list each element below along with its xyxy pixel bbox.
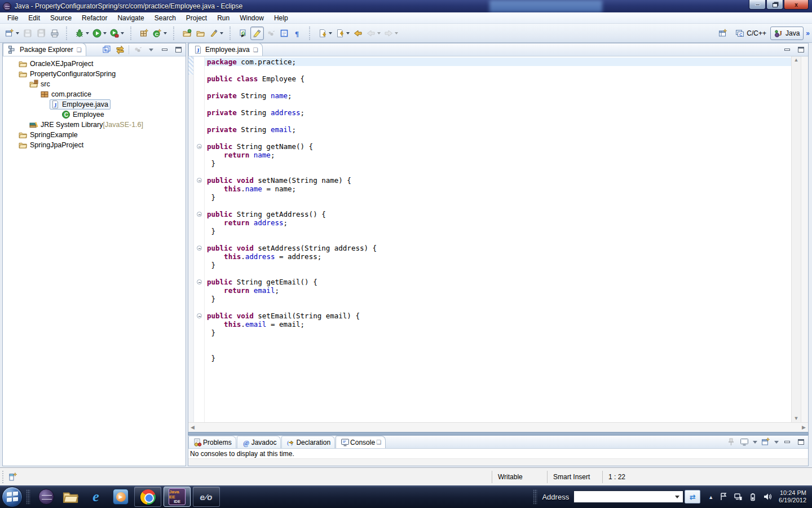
next-annotation-button[interactable] <box>316 27 334 40</box>
close-view-icon[interactable]: ❏ <box>77 47 82 53</box>
show-whitespace-button[interactable]: ¶ <box>291 27 304 40</box>
new-class-button[interactable]: C <box>151 27 169 40</box>
link-with-editor-icon[interactable] <box>115 45 125 55</box>
taskbar-java-ee-ide-window-button[interactable]: Java EEIDE <box>164 487 191 507</box>
display-console-menu-icon[interactable] <box>753 441 757 444</box>
tree-item-src[interactable]: src <box>3 79 186 89</box>
print-button[interactable] <box>48 27 61 40</box>
address-go-button[interactable]: ⇄ <box>685 490 700 503</box>
address-input[interactable] <box>573 491 683 503</box>
tree-item-jre-system-library[interactable]: JRE System Library [JavaSE-1.6] <box>3 120 186 130</box>
view-tab-declaration[interactable]: ( )Declaration <box>281 436 335 448</box>
fold-collapse-icon[interactable] <box>197 144 202 149</box>
address-dropdown-icon[interactable] <box>675 496 679 498</box>
dropdown-arrow-icon[interactable] <box>121 32 124 34</box>
cpp-perspective-button[interactable]: CC/C++ <box>731 27 770 40</box>
taskbar-media-player-pinned-icon[interactable]: ▶ <box>111 487 130 507</box>
search-pen-button[interactable] <box>208 27 225 40</box>
minimize-view-icon[interactable] <box>160 45 170 55</box>
pin-console-icon[interactable] <box>726 437 736 447</box>
code-area[interactable]: package com.practice; public class Emplo… <box>205 56 791 422</box>
open-type-button[interactable] <box>180 27 194 40</box>
minimize-editor-icon[interactable] <box>782 45 792 55</box>
action-center-flag-icon[interactable] <box>719 492 728 501</box>
scroll-up-icon[interactable]: ▲ <box>794 58 799 63</box>
dropdown-arrow-icon[interactable] <box>86 32 89 34</box>
fold-collapse-icon[interactable] <box>197 212 202 217</box>
tree-item-com-practice[interactable]: com.practice <box>3 89 186 99</box>
address-toolbar-grip[interactable] <box>533 489 537 504</box>
scroll-left-icon[interactable]: ◀ <box>191 425 195 430</box>
menu-search[interactable]: Search <box>149 13 181 23</box>
run-external-button[interactable] <box>108 27 126 40</box>
taskbar-evo-window-button[interactable]: e⁄o <box>193 487 220 507</box>
dropdown-arrow-icon[interactable] <box>395 32 398 34</box>
network-icon[interactable] <box>734 492 743 501</box>
collapse-all-icon[interactable] <box>102 45 112 55</box>
menu-source[interactable]: Source <box>45 13 77 23</box>
run-button[interactable] <box>91 27 108 40</box>
debug-button[interactable] <box>73 27 91 40</box>
taskbar-internet-explorer-pinned-icon[interactable]: e <box>86 487 105 507</box>
menu-window[interactable]: Window <box>235 13 269 23</box>
display-selected-console-icon[interactable] <box>739 437 749 447</box>
open-console-menu-icon[interactable] <box>774 441 779 444</box>
close-button[interactable]: x <box>784 0 809 10</box>
dropdown-arrow-icon[interactable] <box>329 32 332 34</box>
maximize-editor-icon[interactable] <box>796 45 806 55</box>
taskbar-explorer-pinned-icon[interactable] <box>61 487 81 507</box>
taskbar-clock[interactable]: 10:24 PM 6/19/2012 <box>779 489 806 504</box>
start-button[interactable] <box>2 487 23 507</box>
new-java-project-button[interactable] <box>138 27 151 40</box>
tree-item-employee-java[interactable]: JEmployee.java <box>3 99 186 110</box>
dropdown-arrow-icon[interactable] <box>220 32 223 34</box>
generate-button[interactable]: G <box>237 27 250 40</box>
dropdown-arrow-icon[interactable] <box>377 32 381 34</box>
menu-edit[interactable]: Edit <box>23 13 45 23</box>
show-source-button[interactable] <box>277 27 291 40</box>
view-tab-problems[interactable]: Problems <box>188 436 236 448</box>
dropdown-arrow-icon[interactable] <box>164 32 167 34</box>
fold-collapse-icon[interactable] <box>197 313 202 318</box>
dropdown-arrow-icon[interactable] <box>103 32 107 34</box>
maximize-console-icon[interactable] <box>796 437 806 447</box>
java-perspective-button[interactable]: JJava <box>770 27 804 40</box>
fold-collapse-icon[interactable] <box>197 279 202 284</box>
menu-project[interactable]: Project <box>181 13 212 23</box>
hidden-icons-icon[interactable]: ▲ <box>708 493 713 501</box>
editor-tab-employee-java[interactable]: J Employee.java ❏ <box>188 43 263 56</box>
menu-run[interactable]: Run <box>212 13 235 23</box>
taskbar-chrome-window-button[interactable] <box>134 487 161 507</box>
menu-refactor[interactable]: Refactor <box>77 13 112 23</box>
horizontal-scrollbar[interactable]: ◀ ▶ <box>188 422 808 432</box>
view-tab-javadoc[interactable]: @Javadoc <box>237 436 281 448</box>
open-console-icon[interactable] <box>761 437 771 447</box>
view-tab-console[interactable]: Console❏ <box>336 436 386 448</box>
volume-icon[interactable] <box>763 492 772 501</box>
mark-occurrences-button[interactable] <box>250 27 264 40</box>
close-tab-icon[interactable]: ❏ <box>253 47 258 53</box>
scroll-right-icon[interactable]: ▶ <box>802 425 806 430</box>
dropdown-arrow-icon[interactable] <box>346 32 350 34</box>
tree-item-oraclexejpaproject[interactable]: OracleXEJpaProject <box>3 59 186 69</box>
view-menu-icon[interactable] <box>146 45 156 55</box>
fold-collapse-icon[interactable] <box>197 178 202 183</box>
minimize-console-icon[interactable] <box>782 437 792 447</box>
tree-item-employee[interactable]: CEmployee <box>3 110 186 120</box>
maximize-view-icon[interactable] <box>173 45 183 55</box>
fast-view-icon[interactable] <box>8 472 17 481</box>
package-explorer-tab[interactable]: Package Explorer ❏ <box>3 43 86 56</box>
taskbar-eclipse-pinned-icon[interactable] <box>37 487 56 507</box>
minimize-button[interactable] <box>749 0 766 10</box>
restore-button[interactable] <box>766 0 783 10</box>
tree-item-springexample[interactable]: SpringExample <box>3 130 186 140</box>
taskbar-grip[interactable] <box>26 489 30 504</box>
menu-help[interactable]: Help <box>269 13 293 23</box>
scroll-down-icon[interactable]: ▼ <box>794 416 799 421</box>
open-perspective-button[interactable] <box>714 27 731 40</box>
vertical-scrollbar[interactable]: ▲ ▼ <box>791 56 801 422</box>
focus-icon[interactable] <box>133 45 143 55</box>
open-resource-button[interactable] <box>194 27 208 40</box>
menu-file[interactable]: File <box>2 13 23 23</box>
prev-annotation-button[interactable] <box>334 27 351 40</box>
